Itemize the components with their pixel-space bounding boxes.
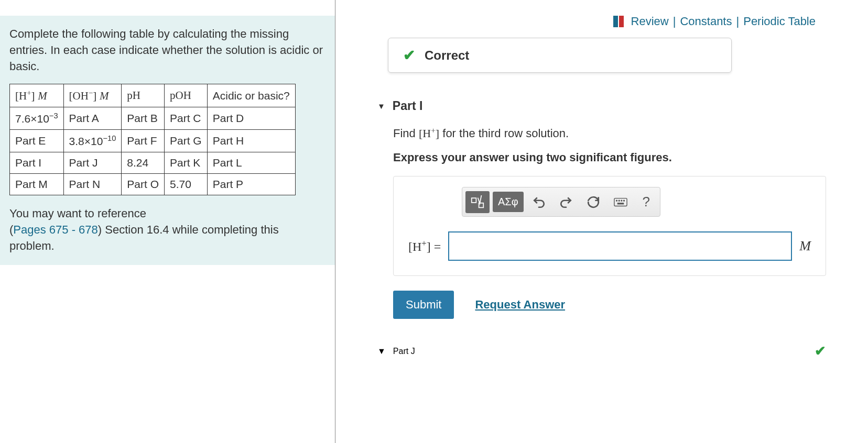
cell: Part B <box>122 107 165 130</box>
feedback-correct: ✔ Correct <box>388 38 732 73</box>
part-i-body: Find [H+] for the third row solution. Ex… <box>393 126 826 276</box>
instruction-text: Express your answer using two significan… <box>393 151 826 164</box>
cell: Part E <box>10 130 64 152</box>
part-i-header[interactable]: ▼ Part I <box>377 99 847 113</box>
problem-intro: Complete the following table by calculat… <box>9 26 326 74</box>
submit-button[interactable]: Submit <box>393 291 454 319</box>
help-tool[interactable]: ? <box>636 191 657 213</box>
template-tool[interactable] <box>465 191 490 213</box>
table-row: Part I Part J 8.24 Part K Part L <box>10 152 296 174</box>
problem-box: Complete the following table by calculat… <box>0 16 335 265</box>
separator: | <box>736 15 739 28</box>
question-pre: Find <box>393 127 419 140</box>
chevron-down-icon: ▼ <box>377 347 386 356</box>
question-text: Find [H+] for the third row solution. <box>393 126 826 140</box>
correct-text: Correct <box>425 48 469 63</box>
col-poh: pOH <box>165 84 208 107</box>
cell: Part I <box>10 152 64 174</box>
svg-point-5 <box>621 200 622 201</box>
part-j-header[interactable]: ▼ Part J <box>377 347 415 356</box>
cell: Part K <box>165 152 208 174</box>
table-row: Part E 3.8×10−10 Part F Part G Part H <box>10 130 296 152</box>
cell: 3.8×10−10 <box>63 130 122 152</box>
keyboard-tool[interactable] <box>609 192 633 212</box>
col-acidic: Acidic or basic? <box>207 84 295 107</box>
chevron-down-icon: ▼ <box>377 102 385 110</box>
cell: Part P <box>207 174 295 195</box>
part-j-row: ▼ Part J ✔ <box>377 343 826 359</box>
cell: 7.6×10−3 <box>10 107 64 130</box>
answer-input[interactable] <box>448 231 792 261</box>
col-h-plus: [H+] M <box>10 84 64 107</box>
answer-area: ΑΣφ ? [H+] = M <box>393 176 826 276</box>
reference-text: You may want to reference (Pages 675 - 6… <box>9 206 326 254</box>
reference-pre: You may want to reference <box>9 207 146 220</box>
cell: Part H <box>207 130 295 152</box>
unit-label: M <box>799 238 811 254</box>
svg-point-6 <box>623 200 624 201</box>
check-icon: ✔ <box>815 343 826 359</box>
equation-toolbar: ΑΣφ ? <box>462 187 660 217</box>
cell: Part C <box>165 107 208 130</box>
col-ph: pH <box>122 84 165 107</box>
cell: Part A <box>63 107 122 130</box>
table-header-row: [H+] M [OH−] M pH pOH Acidic or basic? <box>10 84 296 107</box>
col-oh-minus: [OH−] M <box>63 84 122 107</box>
table-row: Part M Part N Part O 5.70 Part P <box>10 174 296 195</box>
svg-point-3 <box>616 200 617 201</box>
cell: Part L <box>207 152 295 174</box>
cell: 5.70 <box>165 174 208 195</box>
part-j-title: Part J <box>393 347 415 356</box>
svg-rect-7 <box>617 203 623 204</box>
table-row: 7.6×10−3 Part A Part B Part C Part D <box>10 107 296 130</box>
cell: Part F <box>122 130 165 152</box>
cell: Part G <box>165 130 208 152</box>
answer-label: [H+] = <box>408 238 441 254</box>
reset-tool[interactable] <box>581 192 605 212</box>
redo-tool[interactable] <box>554 192 578 212</box>
question-post: for the third row solution. <box>439 127 569 140</box>
svg-point-4 <box>619 200 620 201</box>
problem-panel: Complete the following table by calculat… <box>0 0 335 443</box>
answer-row: [H+] = M <box>408 231 811 261</box>
cell: 8.24 <box>122 152 165 174</box>
greek-tool[interactable]: ΑΣφ <box>493 192 524 212</box>
svg-rect-0 <box>472 198 476 203</box>
data-table: [H+] M [OH−] M pH pOH Acidic or basic? 7… <box>9 84 296 195</box>
request-answer-link[interactable]: Request Answer <box>475 298 565 312</box>
book-icon <box>613 16 624 27</box>
review-link[interactable]: Review <box>631 15 669 28</box>
cell: Part N <box>63 174 122 195</box>
reference-link[interactable]: Pages 675 - 678 <box>13 223 97 236</box>
svg-rect-2 <box>614 198 627 206</box>
cell: Part D <box>207 107 295 130</box>
separator: | <box>673 15 676 28</box>
cell: Part O <box>122 174 165 195</box>
periodic-table-link[interactable]: Periodic Table <box>743 15 816 28</box>
top-links: Review | Constants | Periodic Table <box>356 0 847 38</box>
check-icon: ✔ <box>403 47 415 64</box>
cell: Part J <box>63 152 122 174</box>
undo-tool[interactable] <box>527 192 551 212</box>
cell: Part M <box>10 174 64 195</box>
answer-panel: Review | Constants | Periodic Table ✔ Co… <box>335 0 868 443</box>
submit-row: Submit Request Answer <box>393 291 847 319</box>
part-i-title: Part I <box>393 99 423 113</box>
constants-link[interactable]: Constants <box>680 15 732 28</box>
